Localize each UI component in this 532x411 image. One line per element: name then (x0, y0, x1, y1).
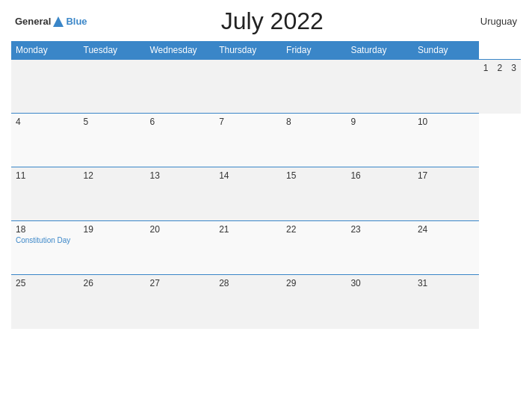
day-cell-5: 5 (79, 114, 146, 167)
day-number: 9 (350, 117, 408, 127)
day-number: 14 (219, 170, 277, 181)
day-number: 18 (16, 224, 75, 235)
day-number: 30 (350, 278, 408, 288)
day-number: 16 (350, 170, 408, 181)
day-number: 2 (498, 63, 503, 73)
empty-cell (11, 60, 79, 114)
day-cell-19: 19 (79, 221, 146, 275)
calendar-container: General Blue July 2022 Uruguay MondayTue… (0, 0, 532, 411)
day-number: 8 (286, 117, 341, 127)
day-cell-13: 13 (145, 167, 214, 221)
day-number: 15 (286, 170, 341, 181)
day-cell-6: 6 (145, 114, 214, 167)
day-number: 12 (84, 170, 141, 181)
day-cell-14: 14 (214, 167, 282, 221)
day-cell-7: 7 (214, 114, 282, 167)
weekday-header-wednesday: Wednesday (145, 41, 214, 60)
holiday-label: Constitution Day (16, 236, 75, 244)
day-number: 10 (418, 117, 474, 127)
weekday-header-sunday: Sunday (413, 41, 479, 60)
week-row-1: 45678910 (11, 114, 521, 167)
day-cell-empty (346, 60, 412, 114)
logo-general-text: General (15, 16, 51, 27)
day-cell-2: 2 (493, 60, 507, 114)
day-number: 28 (219, 278, 277, 288)
day-cell-16: 16 (346, 167, 412, 221)
day-number: 19 (84, 224, 141, 235)
day-number: 31 (418, 278, 474, 288)
weekday-header-monday: Monday (11, 41, 79, 60)
week-row-2: 11121314151617 (11, 167, 521, 221)
weekday-header-saturday: Saturday (346, 41, 412, 60)
weekday-header-row: MondayTuesdayWednesdayThursdayFridaySatu… (11, 41, 521, 60)
day-cell-3: 3 (507, 60, 521, 114)
empty-cell (145, 60, 214, 114)
day-cell-empty (413, 60, 479, 114)
calendar-header: General Blue July 2022 Uruguay (11, 7, 521, 35)
svg-marker-0 (53, 16, 64, 27)
day-cell-11: 11 (11, 167, 79, 221)
day-number: 5 (84, 117, 141, 127)
weekday-header-thursday: Thursday (214, 41, 282, 60)
day-cell-27: 27 (145, 275, 214, 329)
day-cell-12: 12 (79, 167, 146, 221)
calendar-grid: MondayTuesdayWednesdayThursdayFridaySatu… (11, 41, 521, 329)
country-label: Uruguay (457, 16, 517, 27)
day-number: 1 (483, 63, 489, 73)
day-number: 25 (16, 278, 75, 288)
day-cell-17: 17 (413, 167, 479, 221)
day-cell-empty (282, 60, 346, 114)
day-cell-18: 18Constitution Day (11, 221, 79, 275)
empty-cell (214, 60, 282, 114)
day-number: 26 (84, 278, 141, 288)
day-cell-26: 26 (79, 275, 146, 329)
day-cell-30: 30 (346, 275, 412, 329)
day-cell-22: 22 (282, 221, 346, 275)
day-cell-29: 29 (282, 275, 346, 329)
day-cell-15: 15 (282, 167, 346, 221)
day-number: 4 (16, 117, 75, 127)
day-cell-4: 4 (11, 114, 79, 167)
day-cell-28: 28 (214, 275, 282, 329)
weekday-header-friday: Friday (282, 41, 346, 60)
day-number: 7 (219, 117, 277, 127)
logo-blue-text: Blue (66, 16, 87, 27)
day-number: 17 (418, 170, 474, 181)
day-cell-25: 25 (11, 275, 79, 329)
day-cell-8: 8 (282, 114, 346, 167)
day-number: 6 (149, 117, 210, 127)
day-cell-23: 23 (346, 221, 412, 275)
day-number: 29 (286, 278, 341, 288)
day-cell-21: 21 (214, 221, 282, 275)
day-cell-20: 20 (145, 221, 214, 275)
day-number: 24 (418, 224, 474, 235)
week-row-4: 25262728293031 (11, 275, 521, 329)
day-number: 20 (149, 224, 210, 235)
day-cell-31: 31 (413, 275, 479, 329)
empty-cell (79, 60, 146, 114)
day-number: 21 (219, 224, 277, 235)
weekday-header-tuesday: Tuesday (79, 41, 146, 60)
calendar-title: July 2022 (87, 7, 457, 35)
day-cell-24: 24 (413, 221, 479, 275)
day-number: 13 (149, 170, 210, 181)
week-row-0: 123 (11, 60, 521, 114)
day-number: 22 (286, 224, 341, 235)
day-number: 27 (149, 278, 210, 288)
day-cell-9: 9 (346, 114, 412, 167)
logo-icon (52, 15, 65, 28)
logo: General Blue (15, 15, 87, 28)
day-number: 23 (350, 224, 408, 235)
day-number: 3 (511, 63, 516, 73)
day-cell-1: 1 (479, 60, 493, 114)
day-cell-10: 10 (413, 114, 479, 167)
day-number: 11 (16, 170, 75, 181)
week-row-3: 18Constitution Day192021222324 (11, 221, 521, 275)
